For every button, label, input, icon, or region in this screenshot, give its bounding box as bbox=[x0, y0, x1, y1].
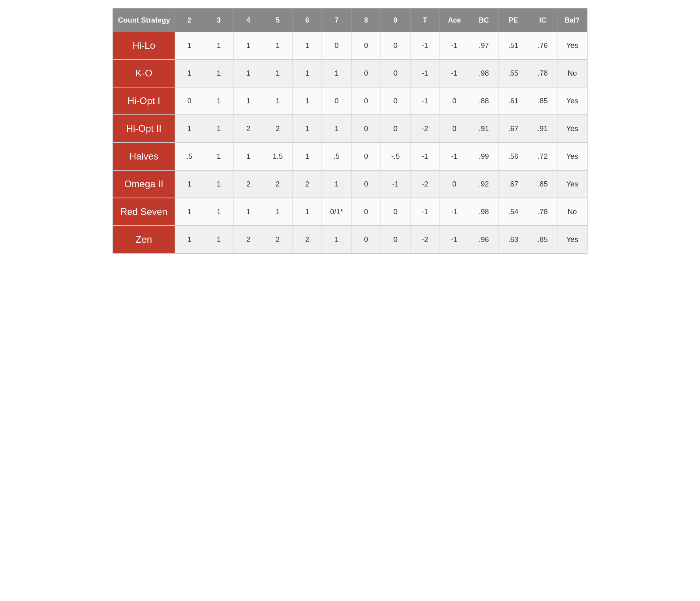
data-cell: 0 bbox=[439, 170, 469, 198]
data-cell: .97 bbox=[469, 32, 498, 60]
data-cell: 0 bbox=[381, 226, 410, 253]
data-cell: 0 bbox=[351, 143, 380, 170]
data-cell: 2 bbox=[293, 226, 322, 253]
col-header-bal: Bal? bbox=[557, 9, 587, 32]
data-cell: 1 bbox=[204, 87, 233, 115]
data-cell: 0 bbox=[351, 59, 380, 87]
data-cell: No bbox=[557, 198, 587, 226]
data-cell: -1 bbox=[410, 87, 439, 115]
table-row: Hi-Lo11111000-1-1.97.51.76Yes bbox=[113, 32, 587, 60]
strategy-name-cell: Omega II bbox=[113, 170, 175, 198]
data-cell: Yes bbox=[557, 226, 587, 253]
data-cell: 0 bbox=[439, 87, 469, 115]
data-cell: .61 bbox=[498, 87, 528, 115]
data-cell: .54 bbox=[498, 198, 528, 226]
data-cell: -1 bbox=[410, 59, 439, 87]
col-header-6: 6 bbox=[293, 9, 322, 32]
data-cell: .78 bbox=[528, 198, 557, 226]
data-cell: 2 bbox=[263, 170, 292, 198]
data-cell: .55 bbox=[498, 59, 528, 87]
data-cell: 1.5 bbox=[263, 143, 292, 170]
data-cell: 2 bbox=[234, 226, 263, 253]
data-cell: .92 bbox=[469, 170, 498, 198]
strategy-name-cell: Hi-Lo bbox=[113, 32, 175, 60]
data-cell: 1 bbox=[175, 115, 204, 143]
data-cell: .63 bbox=[498, 226, 528, 253]
data-cell: 0 bbox=[381, 87, 410, 115]
col-header-pe: PE bbox=[498, 9, 528, 32]
data-cell: 1 bbox=[234, 198, 263, 226]
data-cell: .51 bbox=[498, 32, 528, 60]
data-cell: -1 bbox=[410, 32, 439, 60]
data-cell: 2 bbox=[234, 115, 263, 143]
strategy-name-cell: Halves bbox=[113, 143, 175, 170]
data-cell: 1 bbox=[293, 198, 322, 226]
data-cell: 0 bbox=[351, 32, 380, 60]
table-row: Omega II1122210-1-20.92.67.85Yes bbox=[113, 170, 587, 198]
data-cell: 2 bbox=[293, 170, 322, 198]
data-cell: 1 bbox=[234, 87, 263, 115]
data-cell: 1 bbox=[175, 32, 204, 60]
col-header-bc: BC bbox=[469, 9, 498, 32]
data-cell: -1 bbox=[439, 143, 469, 170]
data-cell: -1 bbox=[439, 32, 469, 60]
data-cell: 0 bbox=[351, 226, 380, 253]
data-cell: .85 bbox=[528, 87, 557, 115]
data-cell: 1 bbox=[263, 198, 292, 226]
data-cell: 2 bbox=[234, 170, 263, 198]
data-cell: .67 bbox=[498, 170, 528, 198]
data-cell: -1 bbox=[439, 198, 469, 226]
data-cell: .5 bbox=[175, 143, 204, 170]
data-cell: Yes bbox=[557, 32, 587, 60]
strategy-name-cell: Zen bbox=[113, 226, 175, 253]
table-row: Halves.5111.51.50-.5-1-1.99.56.72Yes bbox=[113, 143, 587, 170]
data-cell: 1 bbox=[175, 198, 204, 226]
data-cell: .85 bbox=[528, 226, 557, 253]
data-cell: 1 bbox=[293, 32, 322, 60]
col-header-2: 2 bbox=[175, 9, 204, 32]
data-cell: 0 bbox=[381, 115, 410, 143]
data-cell: 1 bbox=[204, 115, 233, 143]
data-cell: 1 bbox=[322, 170, 351, 198]
data-cell: 1 bbox=[234, 32, 263, 60]
data-cell: 1 bbox=[204, 170, 233, 198]
data-cell: 1 bbox=[322, 115, 351, 143]
table-row: Hi-Opt I01111000-10.88.61.85Yes bbox=[113, 87, 587, 115]
col-header-4: 4 bbox=[234, 9, 263, 32]
data-cell: -2 bbox=[410, 226, 439, 253]
data-cell: .88 bbox=[469, 87, 498, 115]
strategy-name-cell: Red Seven bbox=[113, 198, 175, 226]
data-cell: 1 bbox=[263, 32, 292, 60]
data-cell: .98 bbox=[469, 59, 498, 87]
data-cell: 1 bbox=[293, 115, 322, 143]
data-cell: 1 bbox=[175, 170, 204, 198]
strategy-name-cell: K-O bbox=[113, 59, 175, 87]
data-cell: 1 bbox=[234, 59, 263, 87]
data-cell: 2 bbox=[263, 226, 292, 253]
data-cell: .78 bbox=[528, 59, 557, 87]
col-header-3: 3 bbox=[204, 9, 233, 32]
data-cell: 0 bbox=[175, 87, 204, 115]
data-cell: 1 bbox=[204, 32, 233, 60]
data-cell: -1 bbox=[439, 59, 469, 87]
table-row: K-O11111100-1-1.98.55.78No bbox=[113, 59, 587, 87]
data-cell: .91 bbox=[469, 115, 498, 143]
data-cell: 1 bbox=[322, 226, 351, 253]
count-strategy-table: Count Strategy 2 3 4 5 6 7 8 9 T Ace BC … bbox=[112, 8, 588, 254]
data-cell: Yes bbox=[557, 170, 587, 198]
data-cell: 0 bbox=[351, 115, 380, 143]
data-cell: 1 bbox=[175, 59, 204, 87]
data-cell: 0 bbox=[322, 32, 351, 60]
data-cell: 1 bbox=[204, 59, 233, 87]
data-cell: 1 bbox=[204, 143, 233, 170]
data-cell: -1 bbox=[381, 170, 410, 198]
col-header-ic: IC bbox=[528, 9, 557, 32]
strategy-name-cell: Hi-Opt II bbox=[113, 115, 175, 143]
data-cell: .76 bbox=[528, 32, 557, 60]
table-row: Hi-Opt II11221100-20.91.67.91Yes bbox=[113, 115, 587, 143]
data-cell: 1 bbox=[263, 87, 292, 115]
col-header-T: T bbox=[410, 9, 439, 32]
data-cell: 1 bbox=[293, 143, 322, 170]
table-row: Red Seven111110/1*00-1-1.98.54.78No bbox=[113, 198, 587, 226]
data-cell: 2 bbox=[263, 115, 292, 143]
